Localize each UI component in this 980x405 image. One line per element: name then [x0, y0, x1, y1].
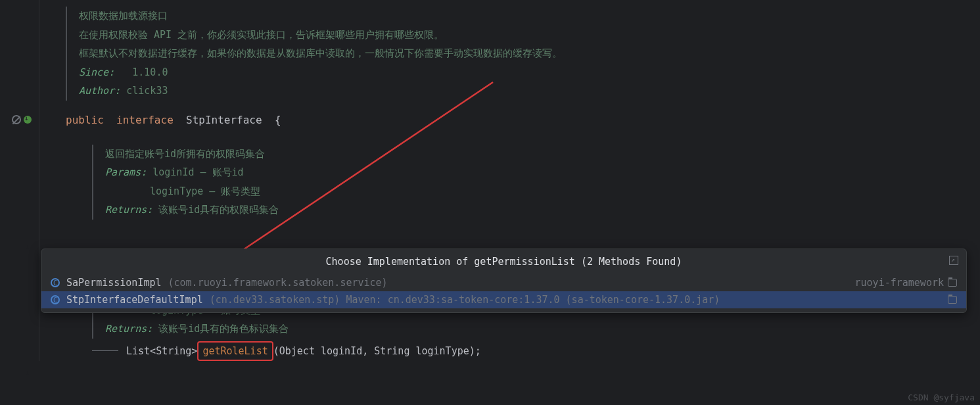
since-value: 1.10.0	[132, 66, 168, 78]
class-name: SaPermissionImpl	[66, 277, 162, 289]
module-name: ruoyi-framework	[855, 277, 944, 289]
return-type: List<String>	[126, 345, 197, 357]
class-name: StpInterfaceDefaultImpl	[66, 294, 203, 306]
doc-title: 权限数据加载源接口	[79, 7, 980, 26]
popup-title: Choose Implementation of getPermissionLi…	[41, 249, 966, 274]
method-params: (Object loginId, String loginType);	[273, 345, 481, 357]
implementation-chooser-popup[interactable]: Choose Implementation of getPermissionLi…	[41, 249, 967, 313]
javadoc-method-block: 返回指定账号id所拥有的权限码集合 Params: loginId – 账号id…	[92, 145, 980, 220]
watermark: CSDN @syfjava	[908, 393, 975, 402]
brace-open: {	[275, 114, 281, 126]
no-entry-icon	[12, 115, 21, 124]
gutter	[0, 0, 39, 361]
package-path: (cn.dev33.satoken.stp) Maven: cn.dev33:s…	[210, 294, 720, 306]
folder-icon	[948, 279, 957, 287]
keyword-public: public	[66, 114, 104, 126]
doc-desc: 框架默认不对数据进行缓存，如果你的数据是从数据库中读取的，一般情况下你需要手动实…	[79, 44, 980, 63]
class-declaration: public interface StpInterface {	[66, 110, 980, 130]
param: loginId – 账号id	[152, 166, 243, 178]
impl-option-selected[interactable]: C StpInterfaceDefaultImpl (cn.dev33.sato…	[41, 291, 966, 308]
author-value: click33	[126, 85, 168, 97]
implementation-icon[interactable]	[24, 116, 32, 124]
params-label: Params:	[105, 166, 147, 178]
method-declaration: List<String> getRoleList (Object loginId…	[59, 341, 980, 361]
doc-title: 返回指定账号id所拥有的权限码集合	[105, 145, 980, 164]
fold-line	[92, 350, 118, 351]
class-icon: C	[51, 295, 60, 304]
author-label: Author:	[79, 85, 120, 97]
class-icon: C	[51, 278, 60, 287]
returns-value: 该账号id具有的权限码集合	[158, 204, 279, 216]
class-name: StpInterface	[186, 114, 262, 126]
javadoc-block: 权限数据加载源接口 在使用权限校验 API 之前，你必须实现此接口，告诉框架哪些…	[66, 7, 980, 101]
returns-value: 该账号id具有的角色标识集合	[158, 323, 289, 335]
since-label: Since:	[79, 66, 114, 78]
package-path: (com.ruoyi.framework.satoken.service)	[168, 277, 388, 289]
param: loginType – 账号类型	[150, 185, 260, 197]
folder-icon	[948, 296, 957, 304]
returns-label: Returns:	[105, 323, 152, 335]
doc-desc: 在使用权限校验 API 之前，你必须实现此接口，告诉框架哪些用户拥有哪些权限。	[79, 26, 980, 45]
method-name: getRoleList	[197, 341, 273, 361]
keyword-interface: interface	[116, 114, 174, 126]
returns-label: Returns:	[105, 204, 152, 216]
expand-icon[interactable]	[949, 256, 958, 265]
impl-option[interactable]: C SaPermissionImpl (com.ruoyi.framework.…	[41, 274, 966, 291]
